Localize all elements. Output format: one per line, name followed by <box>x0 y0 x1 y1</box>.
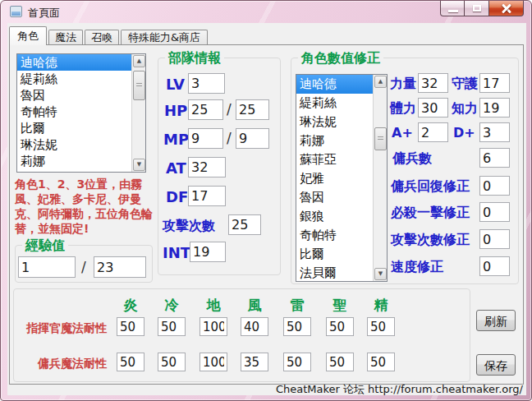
commander-res-holy-field[interactable] <box>326 317 354 336</box>
list-item[interactable]: 法貝爾 <box>296 264 373 282</box>
scrollbar[interactable]: ▲ ▼ <box>373 75 387 281</box>
maximize-button[interactable] <box>465 1 489 16</box>
speed-mod-label: 速度修正 <box>391 259 443 276</box>
list-item[interactable]: 比爾 <box>17 120 131 136</box>
commander-res-thunder-field[interactable] <box>283 317 311 336</box>
list-item[interactable]: 銀狼 <box>296 207 373 226</box>
list-item[interactable]: 緹莉絲 <box>296 94 373 113</box>
tab-summon-label: 召喚 <box>91 31 112 44</box>
attack-count-label: 攻擊次數 <box>163 218 215 235</box>
mercenary-res-wind-field[interactable] <box>241 353 268 371</box>
element-earth-header: 地 <box>200 296 227 315</box>
mercenary-count-label: 傭兵數 <box>392 150 432 168</box>
list-item[interactable]: 琳法妮 <box>296 113 373 131</box>
hp-max-field[interactable] <box>236 99 269 120</box>
tab-summon[interactable]: 召喚 <box>85 30 119 45</box>
tab-magic[interactable]: 魔法 <box>48 30 83 45</box>
character-listbox[interactable]: 迪哈德 緹莉絲 魯因 奇帕特 比爾 琳法妮 莉娜 ▲ ▼ <box>16 53 146 173</box>
d-plus-field[interactable] <box>479 122 510 142</box>
mercenary-count-field[interactable] <box>479 148 510 168</box>
mercenary-res-spirit-field[interactable] <box>367 353 395 371</box>
commander-resistance-label: 指揮官魔法耐性 <box>16 321 107 336</box>
list-item[interactable]: 魯因 <box>296 188 373 207</box>
intellect-label: 知力 <box>452 100 478 118</box>
stat-correction-title: 角色數值修正 <box>298 51 383 65</box>
at-field[interactable] <box>188 157 226 177</box>
mercenary-res-thunder-field[interactable] <box>283 353 311 371</box>
commander-res-wind-field[interactable] <box>241 317 268 336</box>
list-item[interactable]: 蘇菲亞 <box>296 150 373 169</box>
intellect-field[interactable] <box>479 98 510 118</box>
list-item[interactable]: 迪哈德 <box>17 54 131 71</box>
mercenary-res-cold-field[interactable] <box>158 353 186 371</box>
list-item[interactable]: 莉娜 <box>17 153 131 169</box>
list-item[interactable]: 妃雅 <box>296 169 373 188</box>
lv-label: LV <box>166 76 185 93</box>
experience-title: 經驗值 <box>22 238 68 252</box>
character-tab-panel: 迪哈德 緹莉絲 魯因 奇帕特 比爾 琳法妮 莉娜 ▲ ▼ 角色1、2、3位置，由… <box>9 44 524 385</box>
close-button[interactable] <box>489 1 524 16</box>
caption-buttons <box>440 1 524 16</box>
experience-current-field[interactable] <box>18 256 76 278</box>
list-item[interactable]: 莉娜 <box>296 131 373 150</box>
close-icon <box>502 4 511 13</box>
int-field[interactable] <box>190 242 226 262</box>
element-thunder-header: 雷 <box>283 296 311 315</box>
list-item[interactable]: 迪哈德 <box>296 75 373 94</box>
scroll-down-icon[interactable]: ▼ <box>133 159 145 171</box>
scrollbar[interactable]: ▲ ▼ <box>131 54 145 172</box>
hp-field[interactable] <box>188 99 223 120</box>
tab-character-label: 角色 <box>17 30 39 42</box>
list-item[interactable]: 緹莉絲 <box>17 71 131 87</box>
hp-separator: / <box>227 101 232 118</box>
tab-special-shop[interactable]: 特殊能力&商店 <box>121 30 208 45</box>
mp-max-field[interactable] <box>236 128 269 149</box>
mp-label: MP <box>163 131 189 148</box>
attack-count-mod-label: 攻擊次數修正 <box>391 232 470 249</box>
mercenary-res-holy-field[interactable] <box>326 353 354 371</box>
refresh-button[interactable]: 刷新 <box>476 310 516 331</box>
element-cold-header: 冷 <box>158 296 186 315</box>
element-spirit-header: 精 <box>367 296 395 315</box>
list-item[interactable]: 魯因 <box>17 87 131 104</box>
list-item[interactable]: 奇帕特 <box>296 226 373 245</box>
mercenary-res-fire-field[interactable] <box>117 353 144 371</box>
mp-separator: / <box>227 130 232 146</box>
experience-max-field[interactable] <box>94 256 146 278</box>
scroll-up-icon[interactable]: ▲ <box>133 55 145 67</box>
list-item[interactable]: 比爾 <box>296 245 373 264</box>
save-button[interactable]: 保存 <box>476 354 516 376</box>
critical-hit-field[interactable] <box>479 202 510 222</box>
stat-character-listbox[interactable]: 迪哈德 緹莉絲 琳法妮 莉娜 蘇菲亞 妃雅 魯因 銀狼 奇帕特 比爾 法貝爾 ▲… <box>296 74 388 282</box>
a-plus-field[interactable] <box>418 122 448 142</box>
element-wind-header: 風 <box>241 296 268 315</box>
attack-count-mod-field[interactable] <box>479 229 510 249</box>
mp-field[interactable] <box>188 128 223 149</box>
guard-field[interactable] <box>479 73 510 93</box>
scrollbar-thumb[interactable] <box>374 127 387 150</box>
stamina-field[interactable] <box>418 98 448 118</box>
mercenary-recovery-field[interactable] <box>479 176 510 196</box>
list-item[interactable]: 琳法妮 <box>17 136 131 153</box>
attack-count-field[interactable] <box>228 214 261 235</box>
scroll-up-icon[interactable]: ▲ <box>374 76 387 88</box>
tab-character[interactable]: 角色 <box>9 26 47 45</box>
scrollbar-thumb[interactable] <box>133 71 145 100</box>
minimize-button[interactable] <box>440 1 465 16</box>
tab-special-shop-label: 特殊能力&商店 <box>128 31 200 44</box>
strength-field[interactable] <box>418 73 448 93</box>
mercenary-res-earth-field[interactable] <box>200 353 227 371</box>
commander-res-cold-field[interactable] <box>158 317 186 336</box>
df-field[interactable] <box>188 186 226 206</box>
guard-label: 守護 <box>452 76 478 93</box>
mercenary-resistance-label: 傭兵魔法耐性 <box>16 357 107 371</box>
commander-res-earth-field[interactable] <box>200 317 227 336</box>
commander-res-spirit-field[interactable] <box>367 317 395 336</box>
status-bar-text: CheatMaker 论坛 http://forum.cheatmaker.or… <box>276 382 523 397</box>
list-item[interactable]: 奇帕特 <box>17 104 131 120</box>
scroll-down-icon[interactable]: ▼ <box>374 268 387 280</box>
commander-res-fire-field[interactable] <box>117 317 144 336</box>
lv-field[interactable] <box>188 73 225 94</box>
speed-mod-field[interactable] <box>479 256 510 276</box>
minimize-icon <box>448 10 458 12</box>
